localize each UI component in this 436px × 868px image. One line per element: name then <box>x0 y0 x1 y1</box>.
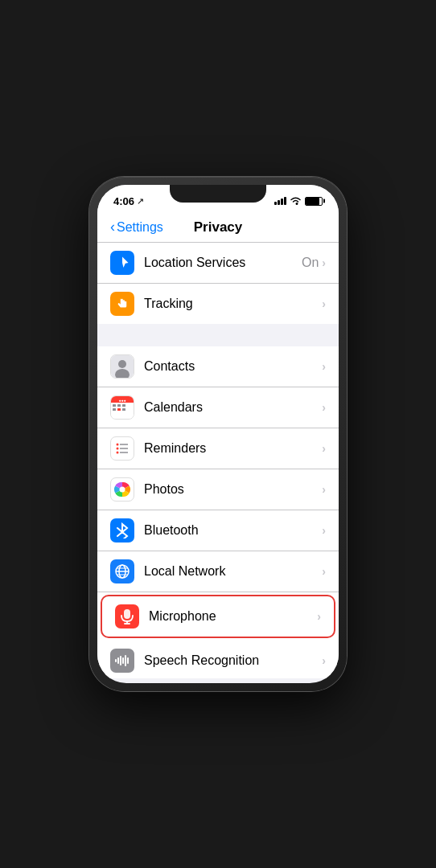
svg-rect-7 <box>117 404 121 407</box>
svg-rect-10 <box>117 408 121 411</box>
waveform-svg <box>114 654 130 667</box>
back-label: Settings <box>117 220 163 235</box>
microphone-label: Microphone <box>149 609 317 624</box>
bluetooth-chevron: › <box>322 524 326 537</box>
back-button[interactable]: ‹ Settings <box>110 219 175 235</box>
photos-svg <box>113 481 131 498</box>
signal-bars <box>274 197 286 205</box>
calendars-svg: ●●● <box>111 396 134 419</box>
location-indicator: ↗ <box>137 196 144 207</box>
location-services-icon <box>110 251 134 275</box>
list-item-bluetooth[interactable]: Bluetooth › <box>97 510 339 551</box>
contacts-svg <box>111 355 134 378</box>
phone-frame: 4:06 ↗ <box>89 177 347 691</box>
microphone-highlight-wrapper: Microphone › <box>97 592 339 641</box>
svg-point-1 <box>118 360 126 368</box>
svg-rect-8 <box>122 404 125 407</box>
hand-icon <box>115 297 130 311</box>
wifi-icon <box>290 197 302 206</box>
location-icon <box>115 256 130 270</box>
tracking-icon <box>110 292 134 316</box>
svg-point-18 <box>120 487 125 493</box>
back-chevron-icon: ‹ <box>110 219 115 235</box>
svg-rect-32 <box>127 657 129 664</box>
location-services-chevron: › <box>322 256 326 269</box>
svg-rect-31 <box>125 655 126 666</box>
status-icons <box>274 197 323 206</box>
bluetooth-icon <box>110 518 134 542</box>
calendars-chevron: › <box>322 401 326 414</box>
photos-chevron: › <box>322 483 326 496</box>
battery-fill <box>306 198 319 205</box>
svg-rect-6 <box>113 404 116 407</box>
microphone-chevron: › <box>317 610 321 623</box>
list-item-microphone[interactable]: Microphone › <box>101 595 335 638</box>
list-item-local-network[interactable]: Local Network › <box>97 551 339 592</box>
contacts-icon <box>110 354 134 379</box>
svg-rect-28 <box>117 657 119 664</box>
photos-icon <box>110 477 134 502</box>
svg-point-16 <box>117 452 119 454</box>
mic-svg <box>120 608 134 624</box>
list-item-tracking[interactable]: Tracking › <box>97 284 339 324</box>
battery-icon <box>305 197 323 206</box>
svg-rect-11 <box>122 408 125 411</box>
signal-bar-1 <box>274 202 277 205</box>
settings-content: Location Services On › Tracking › <box>97 243 339 678</box>
reminders-chevron: › <box>322 442 326 455</box>
reminders-icon <box>110 436 134 461</box>
calendars-label: Calendars <box>144 400 322 415</box>
speech-recognition-label: Speech Recognition <box>144 653 322 668</box>
location-services-value: On <box>302 256 319 270</box>
signal-bar-4 <box>284 197 286 205</box>
local-network-chevron: › <box>322 565 326 578</box>
list-item-calendars[interactable]: ●●● Calendars › <box>97 387 339 428</box>
svg-rect-30 <box>122 657 124 664</box>
tracking-chevron: › <box>322 297 326 310</box>
tracking-label: Tracking <box>144 297 322 311</box>
svg-rect-24 <box>124 609 130 619</box>
microphone-icon <box>115 604 139 628</box>
svg-point-12 <box>117 444 119 446</box>
bluetooth-svg <box>116 522 129 538</box>
svg-rect-9 <box>113 408 116 411</box>
contacts-label: Contacts <box>144 359 322 374</box>
local-network-icon <box>110 559 134 583</box>
signal-bar-3 <box>281 199 283 205</box>
list-item-contacts[interactable]: Contacts › <box>97 346 339 387</box>
status-time: 4:06 <box>113 195 134 207</box>
calendars-icon: ●●● <box>110 395 134 420</box>
list-item-speech-recognition[interactable]: Speech Recognition › <box>97 641 339 678</box>
phone-screen: 4:06 ↗ <box>97 185 339 683</box>
svg-rect-27 <box>115 659 117 662</box>
list-item-photos[interactable]: Photos › <box>97 469 339 510</box>
speech-recognition-chevron: › <box>322 654 326 667</box>
svg-rect-29 <box>120 656 121 665</box>
signal-bar-2 <box>278 200 280 205</box>
notch <box>170 185 266 203</box>
reminders-label: Reminders <box>144 441 322 456</box>
nav-bar: ‹ Settings Privacy <box>97 212 339 243</box>
location-services-label: Location Services <box>144 256 302 270</box>
photos-label: Photos <box>144 482 322 497</box>
section-divider <box>97 324 339 346</box>
svg-point-14 <box>117 448 119 450</box>
contacts-chevron: › <box>322 360 326 373</box>
local-network-label: Local Network <box>144 564 322 579</box>
bluetooth-label: Bluetooth <box>144 523 322 538</box>
globe-svg <box>114 563 130 579</box>
page-title: Privacy <box>175 219 261 235</box>
speech-recognition-icon <box>110 649 134 673</box>
list-item-reminders[interactable]: Reminders › <box>97 428 339 469</box>
bottom-section: Contacts › ●●● <box>97 346 339 678</box>
reminders-svg <box>114 440 130 457</box>
svg-text:●●●: ●●● <box>118 398 125 403</box>
list-item-location-services[interactable]: Location Services On › <box>97 243 339 284</box>
top-section: Location Services On › Tracking › <box>97 243 339 324</box>
